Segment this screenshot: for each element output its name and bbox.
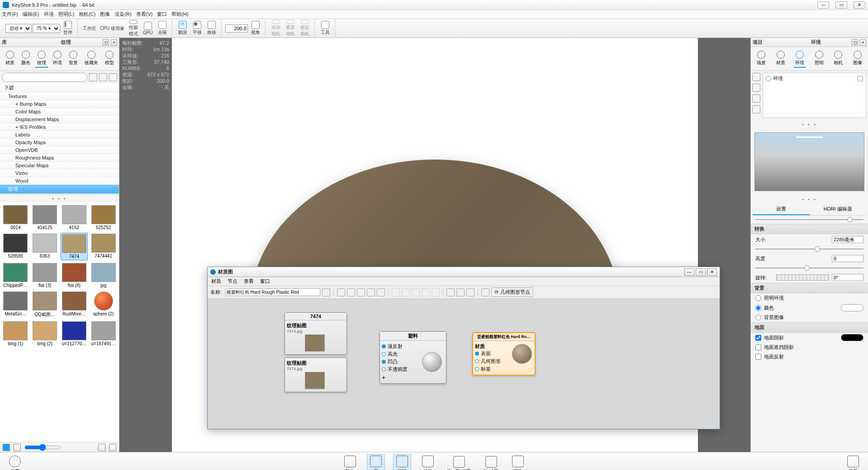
proj-tab-scene[interactable]: 场景 — [755, 50, 767, 68]
proj-tab-material[interactable]: 材质 — [775, 50, 787, 68]
tree-item[interactable]: OpenVDB — [0, 146, 119, 154]
matwin-menu-node[interactable]: 节点 — [228, 278, 237, 285]
mat-delete-button[interactable] — [402, 288, 410, 296]
env-settings-tab[interactable]: 设置 — [753, 204, 810, 215]
mat-copy-button[interactable] — [392, 288, 400, 296]
texture-node-2[interactable]: 纹理贴图 7474.jpg — [285, 357, 347, 392]
port-bump[interactable] — [382, 360, 386, 364]
port-diffuse[interactable] — [382, 344, 386, 348]
panel-undock-button[interactable]: ◻ — [103, 39, 109, 46]
pan-button[interactable]: ✥平移 — [190, 20, 204, 37]
matwin-menu-view[interactable]: 查看 — [244, 278, 254, 285]
search-refresh-button[interactable] — [89, 73, 97, 81]
rotate-wheel[interactable] — [776, 274, 829, 281]
texture-thumbnail[interactable]: jpg — [90, 262, 117, 289]
texture-thumbnail[interactable]: sphere (2) — [90, 291, 117, 319]
bb-project-button[interactable]: 项目 — [393, 454, 411, 470]
dolly-button[interactable]: 推移 — [205, 20, 218, 37]
matwin-maximize[interactable]: ▭ — [696, 268, 706, 276]
denoise-button[interactable]: 去噪 — [156, 20, 169, 37]
hdri-preview[interactable] — [754, 132, 864, 191]
proj-tab-lighting[interactable]: 照明 — [813, 50, 825, 68]
port-specular[interactable] — [382, 352, 386, 356]
texture-thumbnail[interactable]: u=187491… — [90, 320, 117, 347]
proj-undock-button[interactable]: ◻ — [852, 39, 858, 46]
texture-thumbnail[interactable]: 414125 — [31, 204, 59, 231]
texture-thumbnail[interactable]: 525252 — [90, 204, 117, 231]
texture-thumbnail[interactable]: ChippedP… — [2, 262, 29, 289]
menu-camera[interactable]: 相机(C) — [79, 11, 95, 18]
brightness-slider[interactable] — [755, 219, 863, 220]
tab-env[interactable]: 环境 — [51, 50, 64, 68]
add-camera-button[interactable]: 添加 相机 — [269, 20, 283, 37]
texture-thumbnail[interactable]: RustMixe… — [61, 291, 88, 319]
tab-material[interactable]: 材质 — [4, 50, 16, 68]
mat-dup-button[interactable] — [432, 288, 440, 296]
pause-button[interactable]: ∥暂停 — [61, 20, 75, 37]
percent-combo[interactable]: 75 % ▾ — [33, 24, 60, 33]
tree-item[interactable]: Specular Maps — [0, 162, 119, 169]
env-dup-button[interactable] — [752, 84, 760, 92]
thumbs-list-button[interactable] — [14, 444, 21, 451]
texture-thumbnail[interactable]: 7474441 — [90, 233, 117, 260]
texture-thumbnail[interactable]: timg (1) — [2, 320, 29, 347]
bg-radio-color[interactable] — [755, 305, 761, 311]
import-button[interactable] — [109, 444, 116, 451]
gpu-button[interactable]: GPU — [141, 20, 155, 37]
bb-library-button[interactable]: 库 — [367, 454, 385, 470]
matwin-menu-window[interactable]: 窗口 — [260, 278, 270, 285]
tree-item[interactable]: Color Maps — [0, 108, 119, 116]
tree-item[interactable]: 纹理 — [0, 185, 119, 194]
size-input[interactable] — [832, 236, 863, 243]
search-import-button[interactable] — [99, 73, 107, 81]
perf-mode-button[interactable]: 性能 模式 — [127, 20, 140, 37]
menu-window[interactable]: 窗口 — [157, 11, 167, 18]
texture-thumbnail[interactable]: 0014 — [2, 204, 29, 231]
env-resize-handle[interactable]: • • • — [751, 120, 868, 129]
env-list[interactable]: 环境 — [763, 73, 866, 118]
workspace-button[interactable]: 工作区 — [81, 20, 98, 37]
library-search-input[interactable] — [2, 73, 87, 82]
tree-item[interactable]: Textures — [0, 93, 119, 100]
bb-import-button[interactable]: 导入 — [342, 455, 359, 470]
menu-edit[interactable]: 编辑(E) — [23, 11, 39, 18]
tree-item[interactable]: Opacity Maps — [0, 139, 119, 146]
tree-item[interactable]: + Bump Maps — [0, 100, 119, 108]
tab-backplate[interactable]: 背景 — [67, 50, 80, 68]
mat-save-button[interactable] — [322, 288, 330, 296]
mat-cut-button[interactable] — [412, 288, 420, 296]
lock-camera-button[interactable]: 锁定 相机 — [298, 20, 312, 37]
mat-recycle-button[interactable] — [367, 288, 375, 296]
tumble-button[interactable]: ⟳翻滚 — [176, 20, 190, 37]
folder-button[interactable] — [98, 444, 105, 451]
proj-tab-camera[interactable]: 相机 — [832, 50, 844, 68]
bg-color-swatch[interactable] — [841, 304, 863, 311]
tree-item[interactable]: Wood — [0, 177, 119, 185]
preview-resize-handle[interactable]: • • • — [751, 195, 868, 204]
proj-tab-env[interactable]: 环境 — [794, 50, 806, 68]
thumb-size-slider[interactable] — [24, 444, 61, 451]
search-folder-button[interactable] — [109, 73, 117, 81]
cloud-library-button[interactable]: 云库 — [6, 455, 24, 470]
ground-shadow-color[interactable] — [841, 334, 863, 341]
bg-radio-lighting[interactable] — [755, 295, 761, 301]
mat-paste-button[interactable] — [422, 288, 430, 296]
reset-camera-button[interactable]: 重置 相机 — [284, 20, 297, 37]
material-output-node[interactable]: 坚硬粗糙塑料红色 Hard Ro… 材质 表面 几何图形 标签 — [472, 332, 536, 376]
size-slider[interactable] — [755, 249, 863, 249]
thumbs-grid-button[interactable] — [3, 444, 10, 451]
tree-item[interactable]: Vizoo — [0, 169, 119, 177]
menu-render[interactable]: 渲染(R) — [114, 11, 131, 18]
texture-thumbnail[interactable]: 528585 — [2, 233, 29, 260]
ground-shadow-check[interactable] — [755, 335, 761, 341]
tab-favorites[interactable]: 收藏夹 — [83, 50, 100, 68]
ground-reflect-check[interactable] — [755, 354, 761, 360]
mat-name-input[interactable] — [225, 288, 320, 296]
maximize-button[interactable]: ▭ — [835, 1, 847, 9]
bb-keyshotxr-button[interactable]: KeyShotXR — [445, 455, 474, 470]
tree-item[interactable]: Labels — [0, 131, 119, 139]
texture-thumbnail[interactable]: MetalGri… — [2, 291, 29, 319]
launch-combo[interactable]: 启动 ▾ — [5, 24, 32, 33]
port-label-port[interactable] — [475, 367, 479, 371]
ground-occlusion-check[interactable] — [755, 344, 761, 350]
